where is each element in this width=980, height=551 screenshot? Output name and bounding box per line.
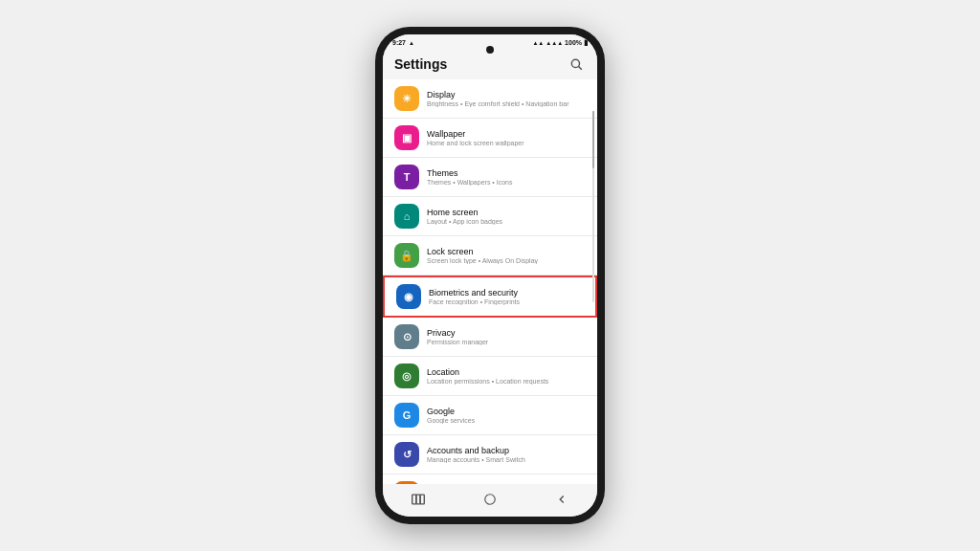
status-time: 9:27 ▲ — [392, 39, 414, 46]
biometrics-name: Biometrics and security — [429, 288, 584, 298]
page-title: Settings — [394, 56, 447, 72]
bottom-nav — [383, 484, 597, 517]
status-icons: ▲▲ ▲▲▲ 100% ▮ — [532, 38, 588, 47]
accounts-name: Accounts and backup — [427, 446, 586, 455]
settings-item-google[interactable]: G Google Google services — [383, 396, 597, 435]
accounts-icon: ↺ — [394, 442, 419, 467]
camera-notch — [486, 46, 494, 54]
phone-screen: 9:27 ▲ ▲▲ ▲▲▲ 100% ▮ Settings — [383, 34, 597, 517]
privacy-text: Privacy Permission manager — [427, 328, 586, 345]
settings-list: ☀ Display Brightness • Eye comfort shiel… — [383, 79, 597, 484]
settings-item-location[interactable]: ◎ Location Location permissions • Locati… — [383, 357, 597, 396]
google-icon: G — [394, 403, 419, 428]
biometrics-icon: ◉ — [396, 284, 421, 309]
advanced-icon: ★ — [394, 481, 419, 484]
status-signal-icon: ▲ — [409, 40, 414, 46]
search-button[interactable] — [567, 55, 586, 74]
scrollbar-thumb — [592, 111, 594, 168]
settings-item-biometrics[interactable]: ◉ Biometrics and security Face recogniti… — [383, 276, 597, 318]
wallpaper-name: Wallpaper — [427, 129, 586, 139]
settings-item-themes[interactable]: T Themes Themes • Wallpapers • Icons — [383, 158, 597, 197]
home-screen-text: Home screen Layout • App icon badges — [427, 208, 586, 225]
home-screen-name: Home screen — [427, 208, 586, 217]
svg-point-5 — [485, 495, 496, 505]
settings-item-wallpaper[interactable]: ▣ Wallpaper Home and lock screen wallpap… — [383, 119, 597, 158]
location-text: Location Location permissions • Location… — [427, 367, 586, 385]
svg-rect-4 — [420, 495, 424, 504]
google-name: Google — [427, 407, 586, 416]
wallpaper-icon: ▣ — [394, 125, 419, 150]
home-button[interactable] — [480, 490, 500, 509]
wallpaper-text: Wallpaper Home and lock screen wallpaper — [427, 129, 586, 146]
display-text: Display Brightness • Eye comfort shield … — [427, 90, 586, 107]
settings-item-home-screen[interactable]: ⌂ Home screen Layout • App icon badges — [383, 197, 597, 236]
home-screen-icon: ⌂ — [394, 204, 419, 229]
biometrics-desc: Face recognition • Fingerprints — [429, 298, 584, 305]
accounts-desc: Manage accounts • Smart Switch — [427, 456, 586, 463]
themes-text: Themes Themes • Wallpapers • Icons — [427, 168, 586, 186]
themes-name: Themes — [427, 168, 586, 178]
privacy-icon: ⊙ — [394, 324, 419, 349]
settings-item-display[interactable]: ☀ Display Brightness • Eye comfort shiel… — [383, 79, 597, 119]
lock-screen-icon: 🔒 — [394, 243, 419, 268]
settings-item-lock-screen[interactable]: 🔒 Lock screen Screen lock type • Always … — [383, 236, 597, 276]
settings-item-privacy[interactable]: ⊙ Privacy Permission manager — [383, 318, 597, 357]
lock-screen-desc: Screen lock type • Always On Display — [427, 257, 586, 264]
privacy-desc: Permission manager — [427, 339, 586, 345]
svg-line-1 — [579, 67, 582, 70]
battery-text: 100% — [565, 39, 582, 46]
svg-point-0 — [571, 59, 579, 67]
lock-screen-text: Lock screen Screen lock type • Always On… — [427, 247, 586, 264]
home-screen-desc: Layout • App icon badges — [427, 218, 586, 225]
location-desc: Location permissions • Location requests — [427, 378, 586, 385]
signal-icon: ▲▲▲ — [546, 40, 563, 46]
google-desc: Google services — [427, 417, 586, 424]
scrollbar-track — [592, 111, 594, 302]
location-name: Location — [427, 367, 586, 377]
wallpaper-desc: Home and lock screen wallpaper — [427, 140, 586, 146]
display-icon: ☀ — [394, 86, 419, 111]
settings-item-accounts[interactable]: ↺ Accounts and backup Manage accounts • … — [383, 435, 597, 474]
lock-screen-name: Lock screen — [427, 247, 586, 256]
battery-icon: ▮ — [584, 38, 588, 47]
privacy-name: Privacy — [427, 328, 586, 338]
biometrics-text: Biometrics and security Face recognition… — [429, 288, 584, 305]
google-text: Google Google services — [427, 407, 586, 424]
back-button[interactable] — [552, 490, 571, 509]
recent-apps-button[interactable] — [409, 490, 428, 509]
themes-icon: T — [394, 165, 419, 189]
display-name: Display — [427, 90, 586, 99]
accounts-text: Accounts and backup Manage accounts • Sm… — [427, 446, 586, 463]
phone-frame: 9:27 ▲ ▲▲ ▲▲▲ 100% ▮ Settings — [375, 27, 605, 524]
location-icon: ◎ — [394, 364, 419, 388]
themes-desc: Themes • Wallpapers • Icons — [427, 179, 586, 186]
display-desc: Brightness • Eye comfort shield • Naviga… — [427, 100, 586, 107]
wifi-icon: ▲▲ — [532, 40, 544, 46]
settings-item-advanced[interactable]: ★ Advanced features — [383, 474, 597, 484]
